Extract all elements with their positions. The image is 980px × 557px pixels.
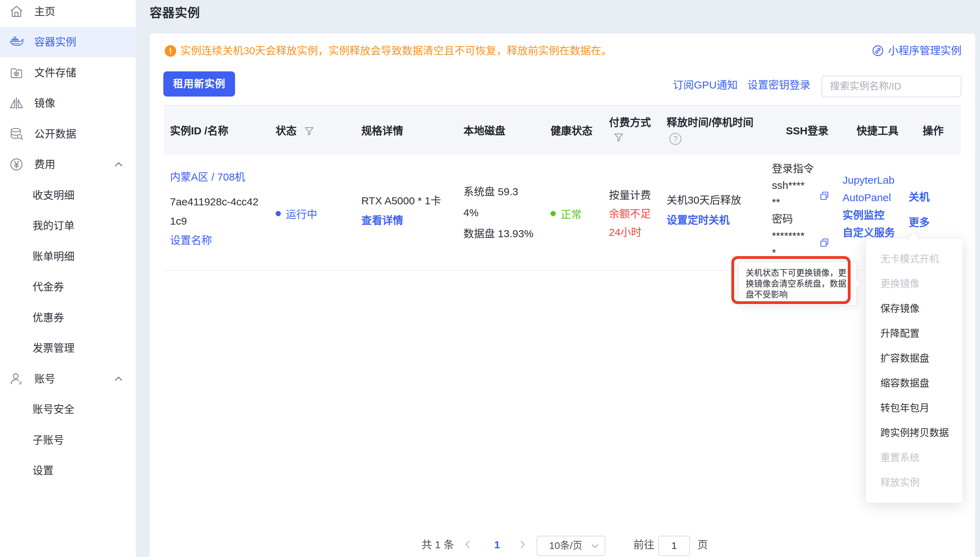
chevron-right-icon[interactable] <box>518 539 527 549</box>
filter-icon[interactable] <box>304 126 314 136</box>
search-box <box>822 76 962 97</box>
sidebar-item-settings[interactable]: 设置 <box>0 456 136 486</box>
ssh-command-line2: ** <box>772 194 814 211</box>
filter-icon[interactable] <box>614 132 624 142</box>
table-header: 实例ID /名称 状态 规格详情 本地磁盘 健康状态 付费方式 释放时间/停机时… <box>164 105 961 155</box>
ssh-command-line1: ssh**** <box>772 177 814 194</box>
menu-item-cross-instance-copy[interactable]: 跨实例拷贝数据 <box>866 420 962 445</box>
sidebar-item-label: 我的订单 <box>33 218 75 233</box>
page-size-value: 10条/页 <box>549 536 582 555</box>
mini-program-link[interactable]: 小程序管理实例 <box>872 44 962 57</box>
user-icon <box>9 371 24 386</box>
yuan-icon <box>9 157 24 172</box>
question-icon[interactable]: ? <box>670 133 681 145</box>
sidebar-menu: 主页 容器实例 文件存储 <box>0 0 136 486</box>
menu-item-cardless-boot[interactable]: 无卡模式开机 <box>866 247 962 272</box>
column-header-spec: 规格详情 <box>361 124 403 138</box>
billing-type: 按量计费 <box>609 186 651 204</box>
password-line1: ******** <box>772 227 814 244</box>
goto-page-input[interactable] <box>658 536 690 556</box>
menu-item-change-image[interactable]: 更换镜像 <box>866 272 962 296</box>
health-cell: 正常 <box>551 205 582 222</box>
disk-line: 4% <box>463 202 533 223</box>
sidebar-item-images[interactable]: 镜像 <box>0 88 136 119</box>
goto-label: 前往 <box>634 537 654 552</box>
disk-line: 数据盘 13.93% <box>463 223 533 244</box>
sidebar-item-home[interactable]: 主页 <box>0 0 136 27</box>
copy-ssh-icon[interactable] <box>819 191 829 201</box>
instance-id-line2: 1c9 <box>170 211 275 231</box>
sidebar-item-account-security[interactable]: 账号安全 <box>0 394 136 425</box>
spec-detail-link[interactable]: 查看详情 <box>361 212 441 229</box>
sidebar-item-label: 镜像 <box>34 96 55 111</box>
sidebar-item-my-orders[interactable]: 我的订单 <box>0 211 136 241</box>
release-notice-text: 实例连续关机30天会释放实例，实例释放会导致数据清空且不可恢复，释放前实例在数据… <box>180 44 612 58</box>
column-header-local-disk: 本地磁盘 <box>463 124 505 138</box>
spec-cell: RTX A5000 * 1卡 查看详情 <box>361 192 441 229</box>
sidebar-group-billing[interactable]: 费用 <box>0 150 136 180</box>
chevron-left-icon[interactable] <box>463 539 473 549</box>
menu-item-reset-system[interactable]: 重置系统 <box>866 445 962 470</box>
ssh-label: 登录指令 <box>772 160 814 177</box>
sidebar-item-container-instances[interactable]: 容器实例 <box>0 27 136 58</box>
instance-region-link[interactable]: 内蒙A区 / 708机 <box>170 169 275 186</box>
release-time-cell: 关机30天后释放 设置定时关机 <box>666 192 741 228</box>
copy-password-icon[interactable] <box>819 238 829 248</box>
sidebar-item-bill-details[interactable]: 账单明细 <box>0 241 136 272</box>
sidebar-item-coupons[interactable]: 优惠券 <box>0 302 136 333</box>
rent-new-instance-button[interactable]: 租用新实例 <box>163 72 235 96</box>
pagination-current-page[interactable]: 1 <box>494 537 500 552</box>
ssh-key-login-link[interactable]: 设置密钥登录 <box>748 78 810 92</box>
billing-cell: 按量计费 余额不足 24小时 <box>609 186 651 241</box>
more-action-link[interactable]: 更多 <box>908 214 930 231</box>
sidebar-item-invoice-management[interactable]: 发票管理 <box>0 333 136 364</box>
timed-shutdown-link[interactable]: 设置定时关机 <box>666 212 741 228</box>
balance-warning-line2: 24小时 <box>609 223 651 241</box>
chevron-up-icon <box>114 375 123 383</box>
page-size-select[interactable]: 10条/页 <box>536 536 605 556</box>
sidebar-item-label: 账单明细 <box>33 249 75 264</box>
column-header-billing: 付费方式 <box>609 116 651 145</box>
menu-item-release-instance[interactable]: 释放实例 <box>866 470 962 495</box>
column-header-release-time-label: 释放时间/停机时间 <box>666 116 753 129</box>
menu-item-convert-subscription[interactable]: 转包年包月 <box>866 396 962 420</box>
menu-item-resize-config[interactable]: 升降配置 <box>866 321 962 346</box>
status-text: 运行中 <box>286 206 317 221</box>
sidebar-item-label: 发票管理 <box>33 341 75 355</box>
chevron-up-icon <box>114 160 123 169</box>
home-icon <box>9 4 24 19</box>
sidebar-item-file-storage[interactable]: 文件存储 <box>0 57 136 88</box>
instance-monitor-link[interactable]: 实例监控 <box>843 207 895 224</box>
sidebar-item-label: 主页 <box>34 4 55 19</box>
sidebar-item-label: 代金券 <box>33 280 64 294</box>
sidebar-item-public-data[interactable]: 公开数据 <box>0 119 136 150</box>
folder-gear-icon <box>9 65 24 80</box>
search-input[interactable] <box>822 81 956 92</box>
docker-whale-icon <box>9 35 24 49</box>
subscribe-gpu-link[interactable]: 订阅GPU通知 <box>673 78 738 92</box>
instance-id-cell: 内蒙A区 / 708机 7ae411928c-4cc42 1c9 设置名称 <box>170 169 275 250</box>
column-header-actions: 操作 <box>923 124 944 138</box>
sidebar-group-account[interactable]: 账号 <box>0 363 136 394</box>
jupyterlab-link[interactable]: JupyterLab <box>843 171 895 189</box>
autopanel-link[interactable]: AutoPanel <box>843 189 895 207</box>
column-header-quick-tools: 快捷工具 <box>856 124 899 138</box>
sidebar-group-label: 账号 <box>34 371 55 386</box>
set-name-link[interactable]: 设置名称 <box>170 231 275 250</box>
instance-id-line1: 7ae411928c-4cc42 <box>170 192 275 211</box>
sidebar-item-vouchers[interactable]: 代金券 <box>0 272 136 303</box>
sidebar-item-sub-accounts[interactable]: 子账号 <box>0 425 136 456</box>
menu-item-shrink-data-disk[interactable]: 缩容数据盘 <box>866 371 962 396</box>
sidebar-item-label: 容器实例 <box>34 35 76 49</box>
menu-item-expand-data-disk[interactable]: 扩容数据盘 <box>866 346 962 371</box>
sidebar: 主页 容器实例 文件存储 <box>0 0 136 557</box>
column-header-release-time: 释放时间/停机时间 ? <box>666 116 753 145</box>
shutdown-action-link[interactable]: 关机 <box>908 189 930 205</box>
sidebar-item-label: 公开数据 <box>34 127 76 141</box>
column-header-status: 状态 <box>276 124 314 138</box>
sidebar-item-label: 收支明细 <box>33 188 75 203</box>
menu-item-save-image[interactable]: 保存镜像 <box>866 296 962 321</box>
pagination-total: 共 1 条 <box>421 537 454 552</box>
shutdown-action-label: 关机 <box>908 189 930 205</box>
sidebar-item-income-expense[interactable]: 收支明细 <box>0 180 136 211</box>
